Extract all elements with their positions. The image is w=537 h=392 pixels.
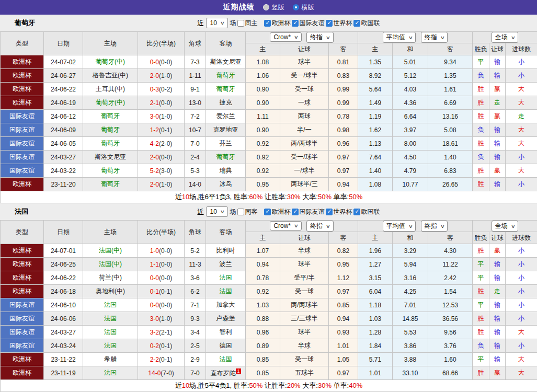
score: 3-0(1-0) bbox=[138, 312, 185, 326]
average-group: 平均值∨ 终指∨ bbox=[358, 221, 473, 232]
avg-home: 1.13 bbox=[358, 137, 393, 151]
odds-handicap: 半/一 bbox=[280, 123, 329, 137]
scope-select[interactable]: 全场∨ bbox=[492, 221, 519, 232]
col-home: 主场 bbox=[83, 32, 138, 55]
same-venue-label: 同客 bbox=[245, 207, 257, 216]
summary-segment: 单率: bbox=[332, 382, 349, 389]
worldcup-checkbox[interactable] bbox=[326, 209, 333, 215]
euro-checkbox[interactable] bbox=[264, 209, 271, 215]
scope-select[interactable]: 全场∨ bbox=[492, 32, 519, 43]
result-outcome: 胜 bbox=[473, 110, 489, 123]
recent-count-select[interactable]: 10 ∨ bbox=[206, 18, 228, 28]
summary-segment: 近 bbox=[175, 382, 182, 389]
home-team: 法国 bbox=[83, 366, 138, 380]
odds-away: 0.97 bbox=[329, 285, 358, 298]
avg-away: 26.65 bbox=[428, 178, 473, 191]
col-home: 主场 bbox=[83, 221, 138, 244]
result-handicap: 输 bbox=[489, 69, 506, 83]
result-outcome: 平 bbox=[473, 271, 489, 285]
recent-link[interactable]: 近 bbox=[198, 207, 204, 216]
bookmaker-select[interactable]: Crow*∨ bbox=[270, 32, 301, 42]
competition-badge: 国际友谊 bbox=[1, 151, 44, 164]
nationsleague-checkbox[interactable] bbox=[353, 209, 360, 215]
avg-home: 1.18 bbox=[358, 298, 393, 312]
same-venue-checkbox[interactable] bbox=[237, 20, 244, 27]
recent-link[interactable]: 近 bbox=[198, 19, 204, 28]
result-handicap: 赢 bbox=[489, 244, 506, 258]
layout-radio-vertical[interactable]: 竖版 bbox=[263, 3, 284, 12]
odds-away: 0.97 bbox=[329, 366, 358, 380]
avg-draw: 8.00 bbox=[393, 137, 428, 151]
subcol-avg-away: 客 bbox=[428, 232, 473, 244]
result-goals: 小 bbox=[506, 339, 537, 353]
bookmaker-select[interactable]: Crow*∨ bbox=[270, 221, 301, 230]
odds-handicap: 两/两球半 bbox=[280, 137, 329, 151]
competition-badge: 国际友谊 bbox=[1, 110, 44, 123]
result-goals: 大 bbox=[506, 123, 537, 137]
corners: 7-1 bbox=[185, 298, 206, 312]
final-odds-select[interactable]: 终指∨ bbox=[306, 32, 334, 43]
result-handicap: 输 bbox=[489, 258, 506, 271]
final-odds-select-2[interactable]: 终指∨ bbox=[421, 221, 448, 232]
away-team: 克罗地亚 bbox=[206, 123, 246, 137]
corners: 7-0 bbox=[185, 366, 206, 380]
bookmaker-value: Crow* bbox=[273, 33, 291, 41]
col-corners: 角球 bbox=[185, 221, 206, 244]
match-date: 24-06-09 bbox=[44, 123, 83, 137]
result-outcome: 胜 bbox=[473, 244, 489, 258]
chevron-down-icon: ∨ bbox=[440, 224, 444, 229]
subcol-avg-home: 主 bbox=[358, 43, 393, 55]
summary-row: 近10场,胜6平1负3, 胜率:60% 让胜率:30% 大率:50% 单率:50… bbox=[1, 191, 537, 203]
avg-away: 6.83 bbox=[428, 164, 473, 178]
competition-badge: 欧洲杯 bbox=[1, 178, 44, 191]
summary-segment: 30% bbox=[287, 193, 301, 201]
odds-away: 0.99 bbox=[329, 83, 358, 96]
home-team: 土耳其(中) bbox=[83, 83, 138, 96]
euro-checkbox[interactable] bbox=[264, 20, 271, 27]
home-team: 希腊 bbox=[83, 353, 138, 366]
chevron-down-icon: ∨ bbox=[510, 35, 515, 40]
final-odds-select[interactable]: 终指∨ bbox=[306, 221, 334, 232]
odds-home: 1.11 bbox=[246, 110, 280, 123]
subcol-home-odds: 主 bbox=[246, 232, 280, 244]
odds-handicap: 受一球 bbox=[280, 353, 329, 366]
odds-home: 1.06 bbox=[246, 69, 280, 83]
score: 1-2(0-1) bbox=[138, 123, 185, 137]
corners: 13-0 bbox=[185, 96, 206, 110]
corners: 14-0 bbox=[185, 178, 206, 191]
average-value: 平均值 bbox=[386, 33, 405, 42]
away-team: 比利时 bbox=[206, 244, 246, 258]
result-goals: 小 bbox=[506, 285, 537, 298]
result-goals: 大 bbox=[506, 353, 537, 366]
home-team: 葡萄牙(中) bbox=[83, 96, 138, 110]
away-team: 波兰 bbox=[206, 258, 246, 271]
average-select[interactable]: 平均值∨ bbox=[383, 32, 416, 43]
result-goals: 小 bbox=[506, 55, 537, 69]
score: 3-2(2-1) bbox=[138, 326, 185, 339]
odds-home: 0.95 bbox=[246, 178, 280, 191]
worldcup-checkbox[interactable] bbox=[326, 20, 333, 27]
average-select[interactable]: 平均值∨ bbox=[383, 221, 416, 232]
home-team: 葡萄牙 bbox=[83, 178, 138, 191]
odds-handicap: 受一球 bbox=[280, 83, 329, 96]
avg-draw: 3.86 bbox=[393, 339, 428, 353]
competition-badge: 国际友谊 bbox=[1, 339, 44, 353]
recent-count-select[interactable]: 10 ∨ bbox=[206, 206, 228, 217]
friendly-checkbox[interactable] bbox=[292, 209, 299, 215]
col-away: 客场 bbox=[206, 221, 246, 244]
match-date: 24-06-05 bbox=[44, 137, 83, 151]
away-team: 葡萄牙 bbox=[206, 151, 246, 164]
radio-icon[interactable] bbox=[293, 4, 299, 10]
final-odds-select-2[interactable]: 终指∨ bbox=[421, 32, 448, 43]
radio-icon[interactable] bbox=[263, 4, 269, 10]
friendly-checkbox[interactable] bbox=[292, 20, 299, 27]
match-date: 23-11-22 bbox=[44, 353, 83, 366]
summary-segment: 50% bbox=[249, 382, 262, 389]
same-venue-checkbox[interactable] bbox=[237, 209, 244, 215]
nationsleague-label: 欧国联 bbox=[361, 207, 380, 216]
avg-draw: 3.16 bbox=[393, 271, 428, 285]
summary-segment: 50% bbox=[349, 193, 362, 201]
nationsleague-checkbox[interactable] bbox=[353, 20, 360, 27]
avg-home: 1.08 bbox=[358, 178, 393, 191]
layout-radio-horizontal[interactable]: 横版 bbox=[293, 3, 314, 12]
